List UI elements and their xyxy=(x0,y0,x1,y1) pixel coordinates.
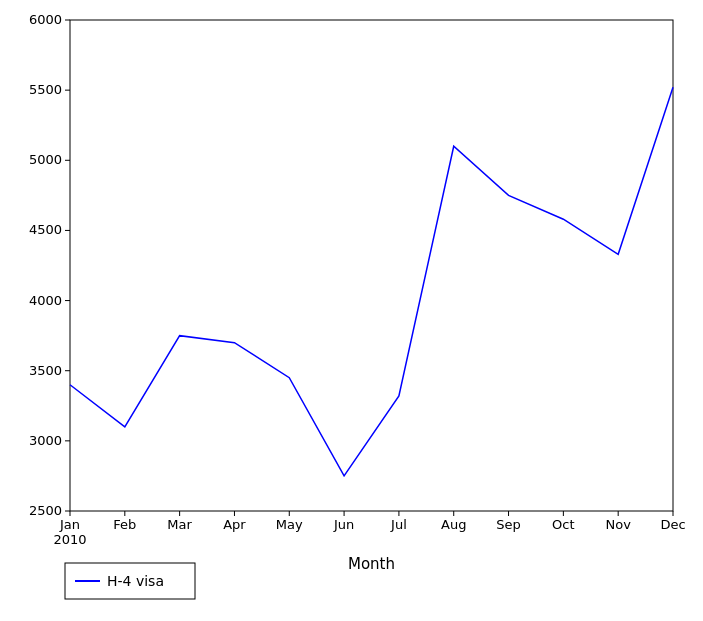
svg-text:2010: 2010 xyxy=(53,532,86,547)
chart-container: 25003000350040004500500055006000JanFebMa… xyxy=(0,0,703,621)
svg-text:Dec: Dec xyxy=(660,517,685,532)
svg-text:Jan: Jan xyxy=(59,517,80,532)
svg-text:Jul: Jul xyxy=(390,517,407,532)
svg-text:2500: 2500 xyxy=(29,503,62,518)
svg-text:4000: 4000 xyxy=(29,293,62,308)
svg-text:5500: 5500 xyxy=(29,82,62,97)
svg-text:Feb: Feb xyxy=(113,517,136,532)
svg-text:Apr: Apr xyxy=(223,517,246,532)
svg-text:H-4 visa: H-4 visa xyxy=(107,573,164,589)
svg-text:May: May xyxy=(276,517,303,532)
svg-text:3000: 3000 xyxy=(29,433,62,448)
svg-text:6000: 6000 xyxy=(29,12,62,27)
svg-text:Aug: Aug xyxy=(441,517,466,532)
svg-text:Sep: Sep xyxy=(496,517,521,532)
svg-text:Oct: Oct xyxy=(552,517,574,532)
svg-text:Jun: Jun xyxy=(333,517,354,532)
svg-text:Mar: Mar xyxy=(167,517,192,532)
svg-rect-0 xyxy=(70,20,673,511)
svg-text:5000: 5000 xyxy=(29,152,62,167)
svg-text:3500: 3500 xyxy=(29,363,62,378)
svg-text:Nov: Nov xyxy=(605,517,631,532)
svg-text:Month: Month xyxy=(348,555,395,573)
svg-text:4500: 4500 xyxy=(29,222,62,237)
